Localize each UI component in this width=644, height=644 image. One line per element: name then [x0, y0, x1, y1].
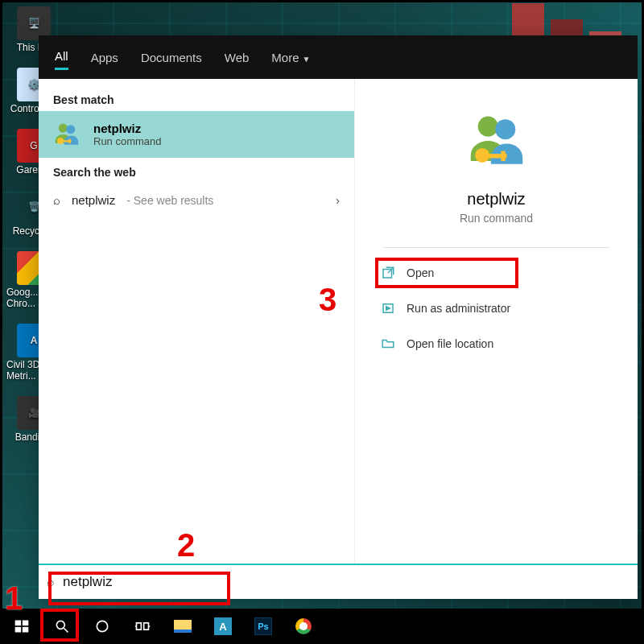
chevron-right-icon: › — [336, 193, 340, 207]
search-tabs: All Apps Documents Web More▼ — [39, 35, 638, 79]
users-key-icon — [462, 106, 531, 175]
action-open[interactable]: Open — [376, 259, 617, 287]
svg-rect-12 — [15, 621, 22, 626]
svg-rect-9 — [501, 151, 505, 162]
search-icon: ⌕ — [47, 575, 55, 589]
svg-rect-20 — [144, 623, 149, 630]
svg-point-1 — [66, 125, 75, 134]
taskbar-search-button[interactable] — [43, 610, 80, 642]
taskbar: A Ps — [0, 609, 644, 644]
tab-more-label: More — [271, 51, 299, 64]
start-button[interactable] — [3, 610, 40, 642]
best-match-title: netplwiz — [93, 122, 162, 135]
best-match-result[interactable]: netplwiz Run command — [39, 111, 354, 158]
svg-point-5 — [477, 117, 497, 137]
best-match-subtitle: Run command — [93, 135, 162, 147]
folder-open-icon — [381, 336, 395, 351]
web-result-row[interactable]: ⌕ netplwiz - See web results › — [39, 184, 354, 217]
svg-point-0 — [59, 124, 68, 133]
detail-title: netplwiz — [467, 190, 525, 208]
tab-apps[interactable]: Apps — [91, 46, 118, 69]
web-result-suffix: - See web results — [126, 194, 213, 207]
svg-rect-19 — [137, 623, 142, 630]
svg-point-6 — [495, 119, 515, 139]
action-run-as-admin[interactable]: Run as administrator — [376, 295, 617, 322]
svg-rect-15 — [23, 627, 29, 633]
tab-web[interactable]: Web — [225, 46, 250, 69]
taskbar-photoshop[interactable]: Ps — [245, 610, 282, 642]
search-icon: ⌕ — [53, 193, 60, 207]
svg-line-17 — [64, 629, 68, 633]
svg-rect-14 — [15, 627, 22, 633]
svg-rect-4 — [68, 139, 70, 144]
users-key-icon — [52, 119, 82, 150]
web-result-term: netplwiz — [72, 193, 115, 207]
results-left-column: Best match netplwiz Run command Search t… — [39, 79, 354, 564]
action-open-label: Open — [407, 266, 434, 279]
result-detail-pane: netplwiz Run command Open Run as adminis… — [354, 79, 638, 564]
task-view-button[interactable] — [124, 610, 161, 642]
cortana-button[interactable] — [84, 610, 121, 642]
action-open-loc-label: Open file location — [407, 337, 493, 350]
tab-all[interactable]: All — [55, 44, 68, 70]
taskbar-autocad[interactable]: A — [204, 610, 242, 642]
svg-rect-13 — [23, 621, 29, 626]
search-input-bar: ⌕ — [39, 564, 638, 599]
open-icon — [381, 266, 395, 280]
tab-documents[interactable]: Documents — [141, 46, 202, 69]
action-open-file-location[interactable]: Open file location — [376, 330, 617, 357]
action-run-admin-label: Run as administrator — [407, 302, 510, 315]
search-web-heading: Search the web — [39, 158, 354, 184]
taskbar-file-explorer[interactable] — [164, 610, 201, 642]
svg-point-18 — [97, 621, 107, 631]
start-search-panel: All Apps Documents Web More▼ Best match … — [39, 35, 638, 599]
detail-subtitle: Run command — [460, 212, 533, 225]
shield-run-icon — [381, 301, 395, 316]
svg-point-16 — [56, 621, 64, 629]
taskbar-chrome[interactable] — [285, 610, 322, 642]
best-match-heading: Best match — [39, 85, 354, 111]
tab-more[interactable]: More▼ — [271, 46, 310, 69]
search-input[interactable] — [63, 574, 630, 590]
chevron-down-icon: ▼ — [303, 55, 311, 64]
